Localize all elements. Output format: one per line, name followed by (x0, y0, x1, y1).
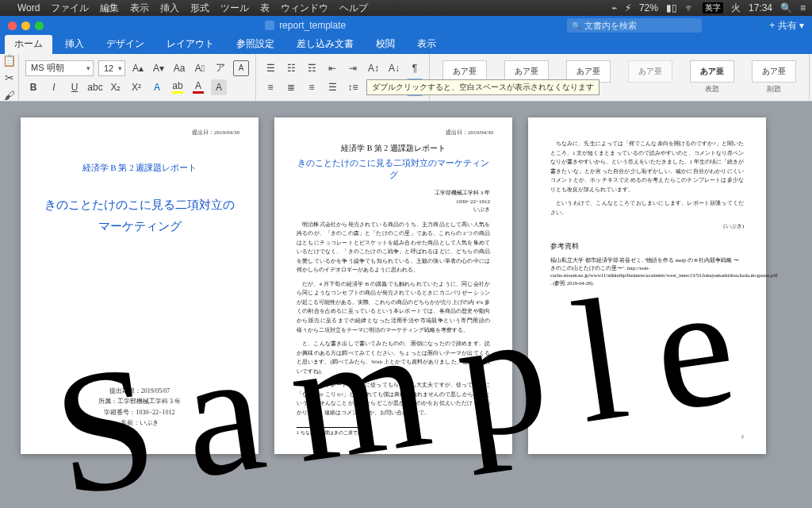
text-effects-button[interactable]: A (149, 79, 165, 95)
tab-insert[interactable]: 挿入 (56, 35, 94, 54)
menubar-time: 17:34 (749, 2, 772, 13)
align-left-button[interactable]: ≡ (262, 79, 278, 95)
tab-review[interactable]: 校閲 (366, 35, 404, 54)
line-spacing-button[interactable]: ↕≡ (345, 79, 361, 95)
p2-sub: 工学部機械工学科 3 年1030−22−1012いぶき (297, 189, 490, 214)
battery-pct: 72% (639, 2, 658, 13)
menu-help[interactable]: ヘルプ (339, 2, 368, 15)
p3-reference: 福山私立大学 都市経済学部 岩谷ゼミ. "物語を作る meiji の B 社内競… (550, 256, 744, 287)
style-subtitle[interactable]: あア亜副題 (745, 57, 802, 98)
p2-title: きのことたけのこに見る二項対立のマーケティング (297, 157, 490, 181)
underline-button[interactable]: U (67, 79, 82, 95)
menu-edit[interactable]: 編集 (100, 2, 119, 15)
paste-button[interactable]: 📋 (2, 54, 16, 67)
tab-home[interactable]: ホーム (5, 35, 52, 54)
wifi-icon[interactable]: ᯤ (685, 2, 695, 13)
font-color-button[interactable]: A (190, 79, 206, 95)
clipboard-group: 📋 ✂︎ 🖌 (0, 54, 19, 101)
menubar-day: 火 (731, 2, 741, 15)
menu-view[interactable]: 表示 (130, 2, 149, 15)
superscript-button[interactable]: X² (128, 79, 144, 95)
control-center-icon[interactable]: ≡ (800, 2, 806, 13)
p3-body: ちなみに、先生によっては「何でこんな余白を開けるのですか?」と聞いたところ、1 … (550, 140, 744, 232)
spotlight-icon[interactable]: 🔍 (780, 2, 792, 13)
align-right-button[interactable]: ≡ (304, 79, 320, 95)
menu-file[interactable]: ファイル (51, 2, 89, 15)
share-button[interactable]: 👤+ 共有 ▾ (757, 19, 804, 33)
font-group: MS 明朝 12 A▴ A▾ Aa A⃠ ア A B I U abc X₂ X²… (19, 54, 256, 101)
p1-course: 経済学 B 第 2 週課題レポート (43, 162, 236, 174)
char-shading-button[interactable]: A (211, 79, 227, 95)
battery-icon[interactable]: ▮▯ (666, 2, 677, 13)
p3-section-heading: 参考資料 (550, 241, 744, 252)
p1-title: きのことたけのこに見る二項対立のマーケティング (43, 194, 236, 237)
multilevel-button[interactable]: ☶ (304, 60, 320, 76)
page-1: 提出日：2019/04/30 経済学 B 第 2 週課題レポート きのことたけの… (21, 117, 259, 454)
cut-button[interactable]: ✂︎ (5, 71, 14, 84)
doc-title: report_template (279, 20, 346, 31)
ribbon-tabs: ホーム 挿入 デザイン レイアウト 参照設定 差し込み文書 校閲 表示 (0, 35, 812, 54)
tab-mailings[interactable]: 差し込み文書 (287, 35, 363, 54)
tab-design[interactable]: デザイン (97, 35, 154, 54)
shrink-font-button[interactable]: A▾ (151, 60, 167, 76)
menu-app[interactable]: Word (17, 2, 40, 13)
minimize-window-button[interactable] (21, 21, 30, 30)
indent-dec-button[interactable]: ⇤ (324, 60, 340, 76)
align-center-button[interactable]: ≣ (283, 79, 299, 95)
phonetic-button[interactable]: ア (213, 60, 228, 76)
p2-course: 経済学 B 第 2 週課題レポート (297, 143, 490, 154)
format-painter-button[interactable]: 🖌 (4, 89, 15, 102)
bluetooth-icon[interactable]: ⌁ (611, 2, 617, 13)
window-titlebar: report_template 文書内を検索 👤+ 共有 ▾ (0, 16, 812, 35)
power-icon[interactable]: ⚡︎ (625, 2, 631, 13)
indent-inc-button[interactable]: ⇥ (345, 60, 361, 76)
char-border-button[interactable]: A (233, 60, 249, 76)
bold-button[interactable]: B (25, 79, 41, 95)
text-direction-button[interactable]: A↕ (366, 60, 381, 76)
tab-layout[interactable]: レイアウト (157, 35, 224, 54)
document-canvas[interactable]: 提出日：2019/04/30 経済学 B 第 2 週課題レポート きのことたけの… (0, 102, 812, 508)
bullets-button[interactable]: ☰ (262, 60, 278, 76)
tab-view[interactable]: 表示 (408, 35, 446, 54)
page-2: 提出日：2019/04/30 経済学 B 第 2 週課題レポート きのことたけの… (274, 117, 512, 454)
menu-window[interactable]: ウィンドウ (281, 2, 328, 15)
italic-button[interactable]: I (46, 79, 62, 95)
p3-pagenum: 2 (741, 433, 745, 440)
strike-button[interactable]: abc (87, 79, 103, 95)
justify-button[interactable]: ☰ (324, 79, 340, 95)
font-size-select[interactable]: 12 (98, 60, 125, 76)
p2-date: 提出日：2019/04/30 (446, 129, 493, 137)
menu-table[interactable]: 表 (260, 2, 270, 15)
doc-search-input[interactable]: 文書内を検索 (567, 18, 702, 33)
style-hidden1[interactable]: あア亜 (622, 57, 679, 98)
zoom-window-button[interactable] (35, 21, 44, 30)
clear-format-button[interactable]: A⃠ (192, 60, 208, 76)
numbering-button[interactable]: ☷ (283, 60, 299, 76)
doc-icon (265, 21, 274, 30)
font-name-select[interactable]: MS 明朝 (25, 60, 94, 76)
grow-font-button[interactable]: A▴ (130, 60, 146, 76)
p1-date: 提出日：2019/04/30 (192, 129, 239, 137)
highlight-button[interactable]: ab (170, 79, 186, 95)
mac-menubar: Word ファイル 編集 表示 挿入 形式 ツール 表 ウィンドウ ヘルプ ⌁ … (0, 0, 812, 16)
change-case-button[interactable]: Aa (171, 60, 187, 76)
p2-footnote: 1 ちなみに、僕はきのこ派である (297, 427, 368, 437)
subscript-button[interactable]: X₂ (108, 79, 124, 95)
sort-button[interactable]: A↓ (386, 60, 402, 76)
menu-format[interactable]: 形式 (190, 2, 209, 15)
ruler-tooltip: ダブルクリックすると、空白スペースが表示されなくなります (366, 79, 599, 95)
style-title[interactable]: あア亜表題 (684, 57, 741, 98)
menu-insert[interactable]: 挿入 (160, 2, 179, 15)
menu-tools[interactable]: ツール (220, 2, 249, 15)
page-3: ちなみに、先生によっては「何でこんな余白を開けるのですか?」と聞いたところ、1 … (528, 117, 766, 454)
show-marks-button[interactable]: ¶ (407, 60, 423, 76)
p2-body: 明治株式会社から発売されている商品のうち、主力商品として高い人気を誇るのが、「き… (297, 221, 490, 418)
close-window-button[interactable] (8, 21, 17, 30)
ime-indicator[interactable]: 英字 (703, 2, 723, 13)
tab-references[interactable]: 参照設定 (227, 35, 284, 54)
p1-info: 提出期限：2019/05/07 所属：工学部機械工学科 3 年 学籍番号：103… (21, 386, 259, 429)
